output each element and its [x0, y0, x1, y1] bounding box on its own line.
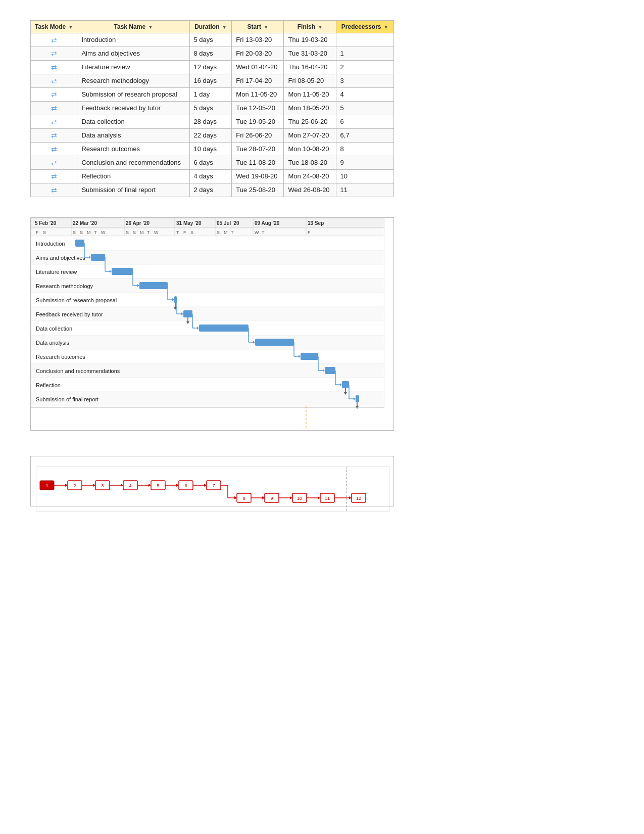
svg-text:Research outcomes: Research outcomes [36, 354, 85, 360]
svg-rect-123 [356, 395, 359, 402]
svg-text:S: S [80, 230, 83, 235]
finish-cell: Tue 31-03-20 [284, 47, 336, 61]
svg-text:Submission of final report: Submission of final report [36, 396, 98, 402]
predecessors-cell: 2 [336, 61, 393, 74]
svg-rect-109 [301, 353, 318, 360]
predecessors-cell [336, 33, 393, 47]
duration-cell: 10 days [189, 143, 232, 156]
predecessors-cell: 11 [336, 183, 393, 197]
svg-rect-101 [199, 325, 249, 332]
duration-cell: 6 days [189, 156, 232, 170]
task-name-cell: Conclusion and recommendations [77, 156, 189, 170]
svg-text:M: M [140, 230, 144, 235]
svg-text:5: 5 [157, 483, 159, 488]
task-mode-cell: ⇄ [31, 102, 77, 115]
svg-rect-113 [325, 367, 335, 374]
table-row: ⇄ Introduction 5 days Fri 13-03-20 Thu 1… [31, 33, 394, 47]
svg-text:9: 9 [270, 496, 273, 501]
svg-text:6: 6 [184, 483, 187, 488]
svg-text:Literature review: Literature review [36, 269, 77, 275]
finish-cell: Tue 18-08-20 [284, 156, 336, 170]
svg-text:T: T [176, 230, 179, 235]
duration-cell: 4 days [189, 170, 232, 183]
task-mode-cell: ⇄ [31, 115, 77, 129]
network-diagram-section: 1 2 3 4 5 6 [30, 456, 394, 506]
finish-cell: Mon 24-08-20 [284, 170, 336, 183]
svg-text:Submission of research proposa: Submission of research proposal [36, 297, 117, 303]
predecessors-cell: 6 [336, 115, 393, 129]
predecessors-cell: 6,7 [336, 129, 393, 143]
col-predecessors[interactable]: Predecessors ▼ [336, 21, 393, 33]
table-row: ⇄ Conclusion and recommendations 6 days … [31, 156, 394, 170]
svg-text:T: T [94, 230, 97, 235]
task-mode-cell: ⇄ [31, 129, 77, 143]
svg-text:3: 3 [101, 483, 104, 488]
predecessors-cell: 9 [336, 156, 393, 170]
task-mode-cell: ⇄ [31, 61, 77, 74]
predecessors-cell: 1 [336, 47, 393, 61]
svg-rect-1 [31, 228, 384, 236]
svg-text:Reflection: Reflection [36, 382, 61, 388]
schedule-icon: ⇄ [51, 104, 57, 112]
col-duration[interactable]: Duration ▼ [189, 21, 232, 33]
svg-text:F: F [308, 230, 311, 235]
schedule-icon: ⇄ [51, 90, 57, 99]
table-row: ⇄ Data analysis 22 days Fri 26-06-20 Mon… [31, 129, 394, 143]
duration-cell: 1 day [189, 88, 232, 102]
svg-text:13 Sep: 13 Sep [308, 220, 324, 226]
svg-rect-73 [75, 240, 84, 247]
table-row: ⇄ Submission of final report 2 days Tue … [31, 183, 394, 197]
svg-text:Data collection: Data collection [36, 326, 72, 332]
table-row: ⇄ Research outcomes 10 days Tue 28-07-20… [31, 143, 394, 156]
start-cell: Tue 25-08-20 [232, 183, 284, 197]
svg-rect-77 [91, 254, 105, 261]
task-mode-cell: ⇄ [31, 88, 77, 102]
start-cell: Fri 13-03-20 [232, 33, 284, 47]
duration-cell: 2 days [189, 183, 232, 197]
svg-text:W: W [255, 230, 259, 235]
col-finish[interactable]: Finish ▼ [284, 21, 336, 33]
svg-text:09 Aug '20: 09 Aug '20 [255, 220, 280, 226]
start-cell: Fri 20-03-20 [232, 47, 284, 61]
finish-cell: Thu 25-06-20 [284, 115, 336, 129]
svg-text:8: 8 [242, 496, 245, 501]
svg-text:Conclusion and recommendations: Conclusion and recommendations [36, 368, 120, 374]
svg-text:W: W [154, 230, 159, 235]
svg-text:7: 7 [212, 483, 215, 488]
finish-cell: Fri 08-05-20 [284, 74, 336, 88]
col-task-mode[interactable]: Task Mode ▼ [31, 21, 77, 33]
predecessors-cell: 4 [336, 88, 393, 102]
svg-rect-44 [31, 335, 384, 349]
duration-cell: 22 days [189, 129, 232, 143]
task-name-cell: Data analysis [77, 129, 189, 143]
task-mode-cell: ⇄ [31, 170, 77, 183]
col-start[interactable]: Start ▼ [232, 21, 284, 33]
svg-rect-176 [36, 467, 389, 512]
gantt-table: Task Mode ▼ Task Name ▼ Duration ▼ Start… [30, 20, 394, 197]
col-task-name[interactable]: Task Name ▼ [77, 21, 189, 33]
start-cell: Tue 28-07-20 [232, 143, 284, 156]
schedule-icon: ⇄ [51, 186, 57, 194]
svg-text:5 Feb '20: 5 Feb '20 [35, 220, 57, 226]
duration-cell: 12 days [189, 61, 232, 74]
svg-text:Feedback received by tutor: Feedback received by tutor [36, 311, 103, 317]
task-name-cell: Feedback received by tutor [77, 102, 189, 115]
svg-text:S: S [126, 230, 129, 235]
svg-rect-105 [255, 339, 294, 346]
finish-cell: Mon 27-07-20 [284, 129, 336, 143]
start-cell: Fri 26-06-20 [232, 129, 284, 143]
start-cell: Tue 12-05-20 [232, 102, 284, 115]
svg-text:T: T [231, 230, 234, 235]
svg-text:Data analysis: Data analysis [36, 340, 70, 346]
finish-cell: Wed 26-08-20 [284, 183, 336, 197]
svg-text:22 Mar '20: 22 Mar '20 [73, 220, 97, 226]
svg-text:Research methodology: Research methodology [36, 283, 93, 289]
task-name-cell: Literature review [77, 61, 189, 74]
start-cell: Tue 11-08-20 [232, 156, 284, 170]
svg-text:T: T [262, 230, 265, 235]
schedule-icon: ⇄ [51, 172, 57, 180]
svg-text:F: F [36, 230, 39, 235]
svg-text:S: S [133, 230, 136, 235]
task-name-cell: Research outcomes [77, 143, 189, 156]
task-name-cell: Aims and objectives [77, 47, 189, 61]
